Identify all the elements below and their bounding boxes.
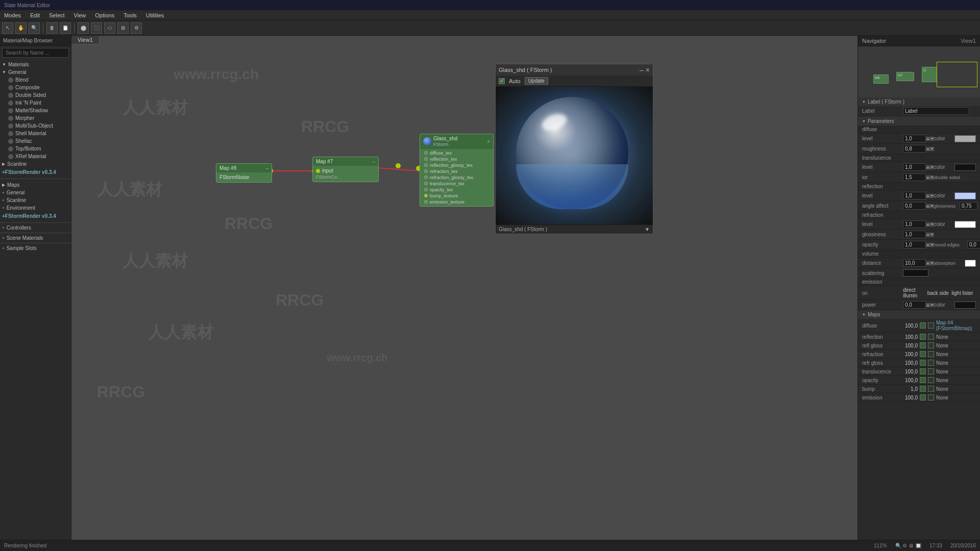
ior-up[interactable]: ▲	[926, 176, 930, 180]
maps-scanline[interactable]: + Scanline	[0, 196, 71, 204]
tool-move[interactable]: ✋	[15, 22, 27, 34]
ior-dn[interactable]: ▼	[930, 176, 934, 180]
opacity-dn[interactable]: ▼	[930, 243, 934, 247]
map-trans-check[interactable]	[920, 368, 926, 374]
mat-shell[interactable]: Shell Material	[0, 130, 71, 137]
tool-render-sphere[interactable]: ⬤	[78, 22, 89, 34]
tool-select[interactable]: ↖	[2, 22, 13, 34]
tool-copy[interactable]: 📋	[60, 22, 71, 34]
map-rg-check2[interactable]	[928, 342, 934, 348]
angle-input[interactable]	[903, 202, 926, 210]
map8-node[interactable]: Map #8 – FStormNoise	[216, 163, 272, 183]
controllers-header[interactable]: + Controllers	[0, 224, 71, 232]
refl-level-input[interactable]	[903, 192, 926, 199]
em-power-up[interactable]: ▲	[926, 303, 930, 307]
map7-node[interactable]: Map #7 – input FStormCo...	[312, 157, 379, 182]
scene-materials-header[interactable]: + Scene Materials	[0, 234, 71, 242]
mat-ink-n-paint[interactable]: Ink 'N Paint	[0, 99, 71, 107]
vol-dist-up[interactable]: ▲	[926, 261, 930, 265]
mat-composite[interactable]: Composite	[0, 84, 71, 91]
maps-fstorm[interactable]: + FStormRender v0.3.4	[0, 212, 71, 220]
params-title[interactable]: ▼ Parameters	[858, 117, 980, 126]
roughness-input[interactable]	[903, 145, 926, 153]
roughness-up[interactable]: ▲	[926, 147, 930, 151]
refl-dn[interactable]: ▼	[930, 194, 934, 198]
refr-color-swatch[interactable]	[954, 221, 976, 228]
menu-view[interactable]: View	[72, 11, 88, 19]
trans-up[interactable]: ▲	[926, 165, 930, 169]
glass-close[interactable]: ×	[487, 139, 490, 144]
map-diffuse-check2[interactable]	[928, 322, 934, 329]
port-refr-glossy-tex[interactable]: refraction_glossy_tex	[420, 174, 493, 181]
opacity-input[interactable]	[903, 241, 926, 248]
mat-shellac[interactable]: Shellac	[0, 137, 71, 145]
scanline-mat-header[interactable]: ▶ Scanline	[0, 160, 71, 168]
menu-utilities[interactable]: Utilities	[144, 11, 166, 19]
trans-level-input[interactable]	[903, 163, 926, 171]
mat-double-sided[interactable]: Double Sided	[0, 91, 71, 99]
canvas-area[interactable]: View1 www.rrcg.ch 人人素材 RRCG 人人素材 RRCG 人人…	[71, 36, 857, 540]
view1-tab[interactable]: View1	[71, 36, 100, 44]
port-diffuse-tex[interactable]: diffuse_tex	[420, 150, 493, 156]
refr-up[interactable]: ▲	[926, 222, 930, 227]
maps-header[interactable]: ▶ Maps	[0, 181, 71, 189]
refl-gloss-input[interactable]	[960, 202, 977, 210]
menu-modes[interactable]: Modes	[2, 11, 23, 19]
general-header[interactable]: ▼ General	[0, 68, 71, 76]
label-section-title[interactable]: ▼ Label ( FStorm )	[858, 97, 980, 106]
scattering-swatch[interactable]	[903, 269, 928, 277]
mat-multi-sub[interactable]: Multi/Sub-Object	[0, 122, 71, 130]
port-refl-glossy-tex[interactable]: reflection_glossy_tex	[420, 162, 493, 168]
sample-slots-header[interactable]: + Sample Slots	[0, 244, 71, 252]
port-opacity-tex[interactable]: opacity_tex	[420, 187, 493, 193]
port-translucence-tex[interactable]: translucence_tex	[420, 181, 493, 187]
map-refr-check2[interactable]	[928, 351, 934, 357]
round-edges-input[interactable]	[967, 241, 980, 248]
update-btn[interactable]: Update	[525, 77, 548, 85]
port-emission-texture[interactable]: emission_texture	[420, 199, 493, 205]
map-rfg-check[interactable]	[920, 360, 926, 366]
maps-params-title[interactable]: ▼ Maps	[858, 310, 980, 319]
angle-up[interactable]: ▲	[926, 204, 930, 208]
refr-gloss-up[interactable]: ▲	[926, 233, 930, 237]
vol-dist-dn[interactable]: ▼	[930, 261, 934, 265]
refr-gloss-input[interactable]	[903, 231, 926, 238]
map8-close[interactable]: –	[265, 165, 268, 171]
trans-color-swatch[interactable]	[954, 164, 976, 171]
mat-top-bottom[interactable]: Top/Bottom	[0, 145, 71, 153]
tool-delete[interactable]: 🗑	[46, 22, 58, 34]
map-op-check[interactable]	[920, 377, 926, 383]
map-em-check[interactable]	[920, 394, 926, 400]
fstorm-mat-header[interactable]: + FStormRender v0.3.4	[0, 168, 71, 177]
maps-environment[interactable]: + Environment	[0, 204, 71, 212]
roughness-dn[interactable]: ▼	[930, 147, 934, 151]
map-trans-check2[interactable]	[928, 368, 934, 374]
em-power-input[interactable]	[903, 301, 926, 309]
glass-shd-node[interactable]: Glass_shd FStorm × diffuse_tex reflectio…	[420, 134, 494, 207]
port-reflection-tex[interactable]: reflection_tex	[420, 156, 493, 162]
mat-matte-shadow[interactable]: Matte/Shadow	[0, 107, 71, 114]
refr-level-input[interactable]	[903, 220, 926, 228]
map-bump-check[interactable]	[920, 386, 926, 392]
refr-dn[interactable]: ▼	[930, 222, 934, 227]
map-bump-check2[interactable]	[928, 386, 934, 392]
map-rg-check[interactable]	[920, 342, 926, 348]
tool-layout[interactable]: ⊞	[117, 22, 129, 34]
menu-tools[interactable]: Tools	[121, 11, 139, 19]
menu-options[interactable]: Options	[93, 11, 116, 19]
auto-checkbox[interactable]: ✓	[499, 78, 505, 84]
preview-close[interactable]: ×	[646, 66, 650, 74]
navigator-preview[interactable]: M8 M7 G	[858, 46, 980, 97]
refr-gloss-dn[interactable]: ▼	[930, 233, 934, 237]
tool-render-box[interactable]: ⬛	[91, 22, 102, 34]
diffuse-level-dn[interactable]: ▼	[930, 137, 934, 141]
tool-zoom[interactable]: 🔍	[29, 22, 40, 34]
port-bump-texture[interactable]: bump_texture	[420, 193, 493, 199]
absorption-swatch[interactable]	[965, 260, 976, 267]
mat-blend[interactable]: Blend	[0, 76, 71, 84]
preview-minimize[interactable]: –	[640, 66, 644, 74]
em-power-dn[interactable]: ▼	[930, 303, 934, 307]
em-color-swatch[interactable]	[954, 302, 976, 309]
diffuse-color-swatch[interactable]	[954, 135, 976, 142]
map-em-check2[interactable]	[928, 394, 934, 400]
